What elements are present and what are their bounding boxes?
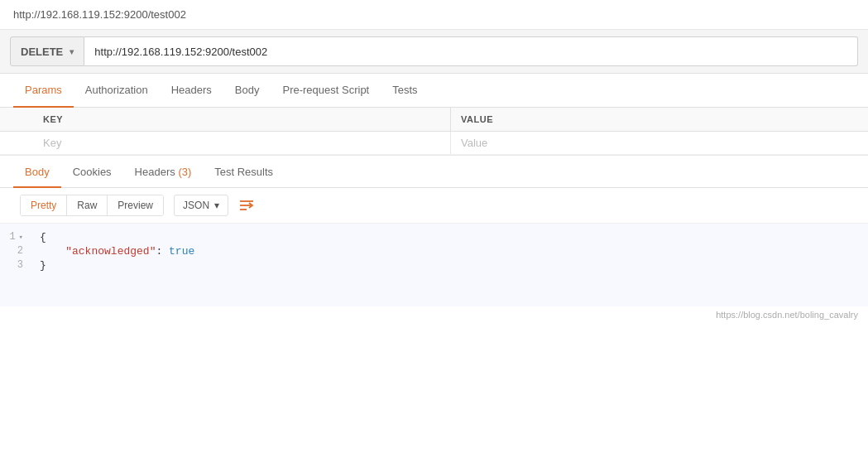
resp-tab-cookies[interactable]: Cookies xyxy=(61,157,123,188)
line-number-3: 3 xyxy=(0,259,33,271)
json-key: "acknowledged" xyxy=(65,245,156,258)
code-line-3: 3 } xyxy=(0,258,868,272)
preview-button[interactable]: Preview xyxy=(108,195,163,215)
watermark: https://blog.csdn.net/boling_cavalry xyxy=(0,306,868,323)
request-line: DELETE ▾ xyxy=(0,30,868,74)
method-chevron-icon: ▾ xyxy=(70,47,74,56)
response-tabs: Body Cookies Headers (3) Test Results xyxy=(0,157,868,188)
method-selector[interactable]: DELETE ▾ xyxy=(10,36,84,66)
wrap-icon[interactable] xyxy=(238,198,255,213)
json-label: JSON xyxy=(183,200,209,211)
request-tabs: Params Authorization Headers Body Pre-re… xyxy=(0,74,868,108)
check-col-header xyxy=(0,108,33,131)
tab-params[interactable]: Params xyxy=(13,74,74,108)
json-value: true xyxy=(169,245,194,258)
key-input[interactable] xyxy=(43,137,440,149)
body-toolbar: Pretty Raw Preview JSON ▾ xyxy=(0,188,868,224)
key-cell[interactable] xyxy=(33,132,451,154)
resp-headers-label: Headers xyxy=(135,166,175,178)
code-content-3: } xyxy=(33,259,868,272)
raw-button[interactable]: Raw xyxy=(67,195,108,215)
line-number-1: 1 ▾ xyxy=(0,231,33,243)
key-column-header: KEY xyxy=(33,108,451,131)
json-format-selector[interactable]: JSON ▾ xyxy=(174,195,228,216)
line-number-2: 2 xyxy=(0,245,33,257)
value-input[interactable] xyxy=(461,137,858,149)
resp-tab-testresults[interactable]: Test Results xyxy=(203,157,285,188)
resp-tab-headers[interactable]: Headers (3) xyxy=(123,157,204,188)
code-content-1: { xyxy=(33,231,868,243)
params-table-header: KEY VALUE xyxy=(0,108,868,132)
code-line-2: 2 "acknowledged": true xyxy=(0,244,868,258)
headers-badge: (3) xyxy=(178,166,191,178)
format-group: Pretty Raw Preview xyxy=(20,195,164,216)
code-line-1: 1 ▾ { xyxy=(0,230,868,244)
tab-headers[interactable]: Headers xyxy=(160,74,223,108)
tab-authorization[interactable]: Authorization xyxy=(74,74,160,108)
tab-prerequest[interactable]: Pre-request Script xyxy=(271,74,381,108)
resp-tab-body[interactable]: Body xyxy=(13,157,61,188)
section-divider xyxy=(0,155,868,156)
code-content-2: "acknowledged": true xyxy=(33,245,868,258)
method-label: DELETE xyxy=(21,46,63,58)
json-chevron-icon: ▾ xyxy=(214,200,219,211)
tab-tests[interactable]: Tests xyxy=(381,74,429,108)
pretty-button[interactable]: Pretty xyxy=(21,195,67,215)
tab-body[interactable]: Body xyxy=(223,74,271,108)
row-checkbox-col xyxy=(0,137,33,150)
collapse-arrow-icon[interactable]: ▾ xyxy=(19,233,23,242)
top-url-display: http://192.168.119.152:9200/test002 xyxy=(0,0,868,30)
response-body-code: 1 ▾ { 2 "acknowledged": true 3 } xyxy=(0,224,868,306)
value-cell[interactable] xyxy=(451,132,868,154)
params-row xyxy=(0,132,868,155)
value-column-header: VALUE xyxy=(451,108,868,131)
url-input[interactable] xyxy=(84,36,858,66)
